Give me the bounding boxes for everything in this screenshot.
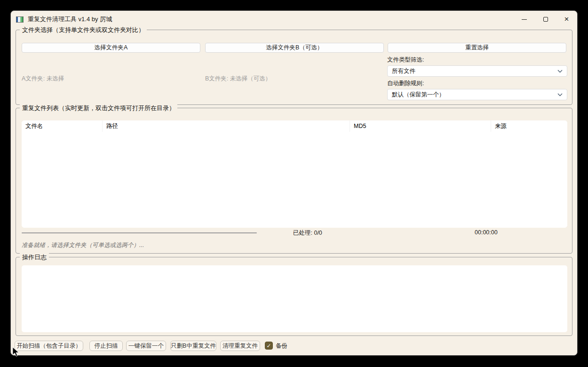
column-header-filename[interactable]: 文件名 [22, 120, 103, 132]
auto-delete-rule-select[interactable]: 默认（保留第一个） [387, 89, 567, 100]
auto-delete-rule-label: 自动删除规则: [387, 80, 424, 88]
duplicate-file-table[interactable]: 文件名 路径 MD5 来源 [22, 120, 567, 228]
close-icon: × [564, 15, 569, 23]
app-window: 重复文件清理工具 v1.4 by 厉城 × 文件夹选择（支持单文件夹或双文件夹对… [10, 10, 578, 356]
column-header-md5[interactable]: MD5 [350, 120, 491, 132]
operation-log-textarea[interactable] [22, 265, 567, 332]
table-body[interactable] [22, 132, 567, 228]
file-type-filter-select[interactable]: 所有文件 [387, 65, 567, 77]
stop-scan-button[interactable]: 停止扫描 [89, 341, 123, 351]
select-folder-b-button[interactable]: 选择文件夹B（可选） [205, 43, 384, 53]
clean-duplicates-button[interactable]: 清理重复文件 [220, 341, 260, 351]
start-scan-button[interactable]: 开始扫描（包含子目录） [15, 341, 83, 351]
window-title: 重复文件清理工具 v1.4 by 厉城 [28, 15, 112, 24]
check-icon: ✓ [266, 343, 271, 349]
column-header-source[interactable]: 来源 [491, 120, 567, 132]
select-folder-a-button[interactable]: 选择文件夹A [22, 43, 200, 53]
minimize-icon [522, 19, 527, 20]
backup-checkbox-label: 备份 [276, 342, 287, 350]
reset-selection-button[interactable]: 重置选择 [388, 43, 566, 53]
close-button[interactable]: × [556, 11, 577, 28]
folder-selection-legend: 文件夹选择（支持单文件夹或双文件夹对比） [20, 26, 147, 34]
backup-checkbox[interactable]: ✓ [265, 342, 273, 350]
minimize-button[interactable] [514, 11, 535, 28]
status-message: 准备就绪，请选择文件夹（可单选或选两个）... [22, 241, 144, 249]
operation-log-legend: 操作日志 [20, 253, 49, 262]
scan-progress-bar [22, 232, 257, 233]
maximize-button[interactable] [535, 11, 556, 28]
delete-b-duplicates-button[interactable]: 只删B中重复文件 [170, 341, 216, 351]
keep-one-button[interactable]: 一键保留一个 [126, 341, 166, 351]
elapsed-time-label: 00:00:00 [475, 229, 498, 236]
mouse-cursor [12, 347, 20, 358]
file-type-filter-value: 所有文件 [392, 67, 415, 75]
maximize-icon [543, 17, 548, 22]
app-icon [16, 16, 24, 23]
file-type-filter-label: 文件类型筛选: [387, 56, 424, 64]
processed-count-label: 已处理: 0/0 [293, 229, 322, 237]
title-bar[interactable]: 重复文件清理工具 v1.4 by 厉城 × [11, 11, 577, 28]
auto-delete-rule-value: 默认（保留第一个） [392, 91, 445, 99]
chevron-down-icon [557, 93, 563, 96]
chevron-down-icon [557, 70, 563, 73]
duplicate-list-legend: 重复文件列表（实时更新，双击文件项可打开所在目录） [20, 104, 177, 112]
column-header-path[interactable]: 路径 [103, 120, 350, 132]
folder-a-status: A文件夹: 未选择 [22, 75, 64, 83]
folder-b-status: B文件夹: 未选择（可选） [205, 75, 271, 83]
table-header-row: 文件名 路径 MD5 来源 [22, 120, 567, 132]
